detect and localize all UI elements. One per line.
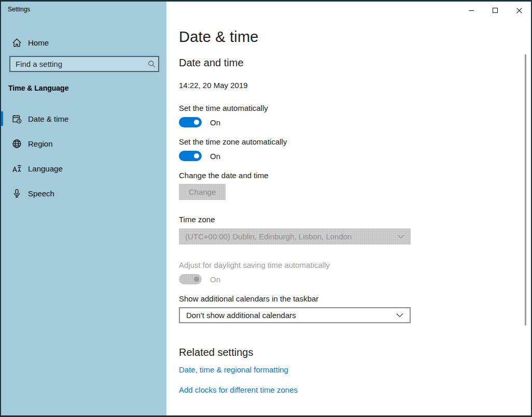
search-icon <box>145 60 158 68</box>
calendar-clock-icon <box>11 113 22 124</box>
additional-calendars-dropdown[interactable]: Don’t show additional calendars <box>179 307 411 323</box>
time-zone-value: (UTC+00:00) Dublin, Edinburgh, Lisbon, L… <box>185 232 397 241</box>
sidebar-item-date-time[interactable]: Date & time <box>1 107 166 130</box>
current-datetime: 14:22, 20 May 2019 <box>179 81 248 90</box>
chevron-down-icon <box>396 313 403 318</box>
additional-calendars-label: Show additional calendars in the taskbar <box>179 294 318 303</box>
sidebar-item-label: Home <box>28 38 49 47</box>
vertical-scrollbar[interactable] <box>525 54 526 325</box>
link-add-clocks[interactable]: Add clocks for different time zones <box>179 385 298 394</box>
set-zone-auto-toggle[interactable] <box>179 151 202 161</box>
section-heading-date-and-time: Date and time <box>179 57 244 69</box>
toggle-state-label: On <box>210 152 220 161</box>
additional-calendars-value: Don’t show additional calendars <box>186 311 396 320</box>
language-icon <box>11 163 22 174</box>
sidebar-item-home[interactable]: Home <box>1 31 166 54</box>
set-time-auto-label: Set the time automatically <box>179 104 268 112</box>
related-settings-heading: Related settings <box>179 347 253 358</box>
selected-accent-bar <box>1 111 3 126</box>
search-input[interactable] <box>10 57 145 71</box>
time-zone-label: Time zone <box>179 215 215 224</box>
close-button[interactable] <box>507 2 531 19</box>
sidebar-item-label: Language <box>28 164 63 173</box>
link-date-time-regional-formatting[interactable]: Date, time & regional formatting <box>179 365 288 374</box>
toggle-state-label: On <box>210 118 220 127</box>
chevron-down-icon <box>397 234 404 239</box>
time-zone-dropdown[interactable]: (UTC+00:00) Dublin, Edinburgh, Lisbon, L… <box>179 228 411 245</box>
sidebar-item-label: Region <box>28 139 53 148</box>
change-datetime-label: Change the date and time <box>179 171 269 180</box>
set-time-auto-toggle[interactable] <box>179 117 202 127</box>
sidebar-item-speech[interactable]: Speech <box>1 182 166 205</box>
change-button[interactable]: Change <box>179 184 226 200</box>
settings-window: Settings Home Time & Language <box>0 0 532 417</box>
search-box[interactable] <box>9 56 159 72</box>
daylight-saving-toggle[interactable] <box>179 274 202 284</box>
sidebar-item-label: Speech <box>28 189 54 198</box>
sidebar-item-region[interactable]: Region <box>1 132 166 155</box>
daylight-saving-label: Adjust for daylight saving time automati… <box>179 261 330 269</box>
page-title: Date & time <box>179 28 259 46</box>
sidebar: Settings Home Time & Language <box>1 2 166 415</box>
home-icon <box>11 37 22 48</box>
globe-icon <box>11 138 22 149</box>
sidebar-item-label: Date & time <box>28 114 68 123</box>
sidebar-section-title: Time & Language <box>8 84 68 92</box>
main-content: Date & time Date and time 14:22, 20 May … <box>166 2 531 415</box>
app-title: Settings <box>8 6 30 13</box>
minimize-button[interactable] <box>459 2 483 19</box>
maximize-button[interactable] <box>483 2 507 19</box>
set-zone-auto-label: Set the time zone automatically <box>179 137 287 146</box>
microphone-icon <box>11 188 22 198</box>
sidebar-item-language[interactable]: Language <box>1 157 166 180</box>
toggle-state-label: On <box>210 275 220 284</box>
